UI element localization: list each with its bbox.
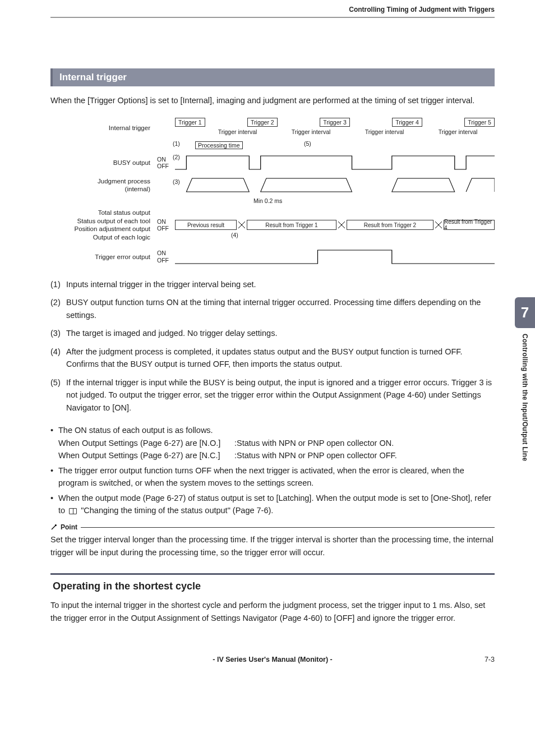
row-label-trigger-error: Trigger error output [50, 253, 157, 261]
bullet-1-line-b-right: :Status with NPN or PNP open collector O… [234, 439, 394, 448]
subsection-rule [50, 573, 495, 575]
on-off-status: ONOFF [157, 218, 175, 232]
trigger-box-3: Trigger 3 [320, 118, 350, 127]
num-text-1: Inputs internal trigger in the trigger i… [66, 278, 495, 291]
running-header: Controlling Timing of Judgment with Trig… [50, 6, 495, 13]
bullet-3-b: "Changing the timing of the status outpu… [81, 506, 273, 515]
interval-label-1: Trigger interval [201, 128, 274, 135]
footer-page-number: 7-3 [485, 656, 495, 663]
point-text: Set the trigger interval longer than the… [50, 533, 495, 559]
trigger-error-waveform [175, 247, 495, 267]
header-rule [50, 17, 495, 18]
interval-label-4: Trigger interval [421, 128, 495, 135]
bullet-1-line-a: The ON status of each output is as follo… [58, 426, 213, 435]
bullet-dot: • [50, 492, 58, 517]
num-text-5: If the internal trigger is input while t… [66, 376, 495, 414]
num-1: (1) [50, 278, 66, 291]
status-cell-t1: Result from Trigger 1 [247, 220, 336, 230]
num-text-2: BUSY output function turns ON at the tim… [66, 296, 495, 321]
mark-5: (5) [304, 140, 311, 147]
interval-label-2: Trigger interval [274, 128, 348, 135]
num-5: (5) [50, 376, 66, 414]
min-time-label: Min 0.2 ms [253, 197, 282, 204]
bullet-1-line-c-right: :Status with NPN or PNP open collector O… [234, 451, 397, 460]
mark-3: (3) [173, 178, 180, 185]
bullet-list: • The ON status of each output is as fol… [50, 424, 495, 517]
on-off-trigger-error: ONOFF [157, 250, 175, 264]
trigger-box-4: Trigger 4 [392, 118, 422, 127]
row-label-busy: BUSY output [50, 159, 157, 167]
num-4: (4) [50, 345, 66, 371]
book-icon [69, 508, 77, 514]
status-cell-t2: Result from Trigger 2 [347, 220, 433, 230]
judgment-waveform [175, 175, 495, 195]
mark-2: (2) [173, 154, 180, 160]
page-footer: - IV Series User's Manual (Monitor) - 7-… [50, 656, 495, 663]
bullet-dot: • [50, 424, 58, 462]
row-label-status: Total status output Status output of eac… [50, 209, 157, 241]
point-label: Point [61, 523, 77, 531]
status-x-2 [336, 215, 347, 235]
mark-4: (4) [231, 232, 238, 238]
trigger-box-2: Trigger 2 [247, 118, 278, 127]
num-text-4: After the judgment process is completed,… [66, 345, 495, 371]
processing-time-label: Processing time [195, 141, 243, 149]
busy-waveform [175, 153, 495, 173]
bullet-1-line-c-left: When Output Settings (Page 6-27) are [N.… [58, 449, 232, 462]
status-cell-t4: Result from Trigger 4 [444, 220, 495, 230]
trigger-box-5: Trigger 5 [464, 118, 495, 127]
point-block: Point Set the trigger interval longer th… [50, 523, 495, 559]
point-icon [50, 524, 57, 531]
row-label-judgment: Judgment process (internal) [50, 177, 157, 193]
bullet-dot: • [50, 464, 58, 490]
bullet-2: The trigger error output function turns … [58, 464, 495, 490]
status-cell-prev: Previous result [175, 220, 237, 230]
subsection-title: Operating in the shortest cycle [53, 580, 495, 592]
subsection-text: To input the internal trigger in the sho… [50, 599, 495, 624]
bullet-1-line-b-left: When Output Settings (Page 6-27) are [N.… [58, 437, 232, 449]
row-label-internal-trigger: Internal trigger [50, 124, 157, 132]
footer-center: - IV Series User's Manual (Monitor) - [213, 656, 332, 663]
section-intro: When the [Trigger Options] is set to [In… [50, 94, 495, 107]
trigger-box-1: Trigger 1 [175, 118, 205, 127]
point-rule [81, 527, 495, 528]
section-title: Internal trigger [50, 68, 495, 86]
timing-diagram: Internal trigger Trigger 1 Trigger 2 Tri… [50, 118, 495, 267]
num-text-3: The target is imaged and judged. No trig… [66, 327, 495, 339]
status-x-3 [433, 215, 444, 235]
numbered-list: (1)Inputs internal trigger in the trigge… [50, 278, 495, 414]
num-3: (3) [50, 327, 66, 339]
mark-1: (1) [173, 140, 180, 147]
interval-label-3: Trigger interval [348, 128, 421, 135]
num-2: (2) [50, 296, 66, 321]
